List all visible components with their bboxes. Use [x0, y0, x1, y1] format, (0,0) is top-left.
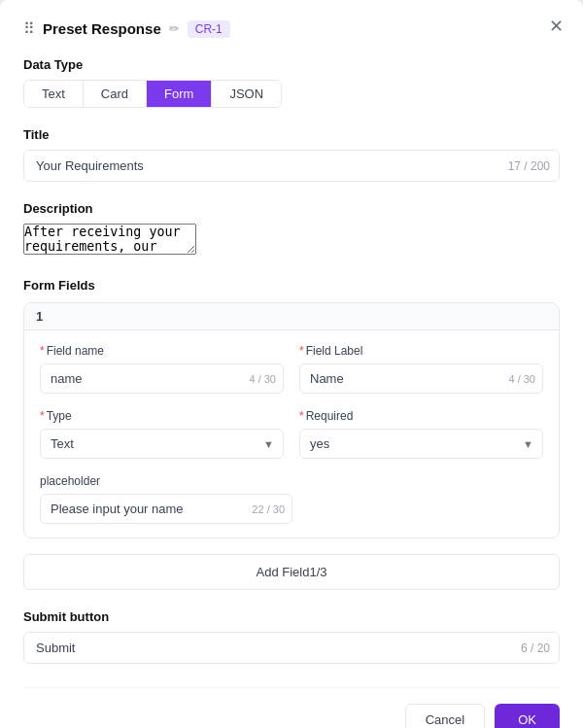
- grid-icon: ⠿: [23, 19, 35, 38]
- field-name-group: * Field name 4 / 30: [40, 344, 284, 394]
- description-section: Description After receiving your require…: [23, 201, 560, 259]
- submit-button-section: Submit button 6 / 20: [23, 609, 560, 664]
- description-input[interactable]: After receiving your requirements, our s…: [23, 224, 196, 255]
- field-name-label-row: * Field name 4 / 30 * Field Label: [40, 344, 543, 394]
- edit-icon[interactable]: ✏: [169, 21, 180, 36]
- field-name-input-wrap: 4 / 30: [40, 364, 284, 394]
- modal: ⠿ Preset Response ✏ CR-1 ✕ Data Type Tex…: [0, 0, 583, 728]
- required-select-wrap: yes no ▼: [299, 429, 543, 459]
- field-label-group: * Field Label 4 / 30: [299, 344, 543, 394]
- ok-button[interactable]: OK: [495, 704, 560, 728]
- field-label-input[interactable]: [299, 364, 543, 394]
- field-label-label: * Field Label: [299, 344, 543, 358]
- form-fields-section: Form Fields 1 * Field name 4 / 30: [23, 278, 560, 538]
- submit-button-label: Submit button: [23, 609, 560, 624]
- type-group: * Type Text Number Email ▼: [40, 409, 284, 459]
- badge: CR-1: [188, 20, 230, 38]
- required-label: * Required: [299, 409, 543, 423]
- field-name-count: 4 / 30: [249, 373, 276, 385]
- tab-json[interactable]: JSON: [212, 81, 281, 107]
- submit-input[interactable]: [23, 632, 560, 664]
- required-star-req: *: [299, 409, 304, 423]
- submit-input-wrap: 6 / 20: [23, 632, 560, 664]
- placeholder-count: 22 / 30: [252, 503, 285, 515]
- type-label: * Type: [40, 409, 284, 423]
- title-section: Title 17 / 200: [23, 127, 560, 182]
- modal-header: ⠿ Preset Response ✏ CR-1 ✕: [23, 19, 560, 38]
- field-label-input-wrap: 4 / 30: [299, 364, 543, 394]
- form-fields-label: Form Fields: [23, 278, 560, 293]
- required-star-name: *: [40, 344, 45, 358]
- submit-char-count: 6 / 20: [521, 641, 550, 655]
- footer-divider: [23, 687, 560, 688]
- title-input-wrap: 17 / 200: [23, 150, 560, 182]
- required-star-label: *: [299, 344, 304, 358]
- field-card-body: * Field name 4 / 30 * Field Label: [24, 330, 559, 537]
- type-select-wrap: Text Number Email ▼: [40, 429, 284, 459]
- description-label: Description: [23, 201, 560, 216]
- type-select[interactable]: Text Number Email: [40, 429, 284, 459]
- field-name-input[interactable]: [40, 364, 284, 394]
- add-field-button[interactable]: Add Field1/3: [23, 554, 560, 590]
- tab-text[interactable]: Text: [24, 81, 84, 107]
- required-select[interactable]: yes no: [299, 429, 543, 459]
- placeholder-input-wrap: 22 / 30: [40, 494, 292, 524]
- data-type-label: Data Type: [23, 57, 560, 72]
- required-star-type: *: [40, 409, 45, 423]
- modal-footer: Cancel OK: [23, 704, 560, 728]
- title-input[interactable]: [23, 150, 560, 182]
- close-button[interactable]: ✕: [549, 17, 564, 35]
- modal-title: Preset Response: [43, 20, 161, 37]
- required-group: * Required yes no ▼: [299, 409, 543, 459]
- data-type-section: Data Type Text Card Form JSON: [23, 57, 560, 108]
- tab-group: Text Card Form JSON: [23, 80, 282, 108]
- type-required-row: * Type Text Number Email ▼: [40, 409, 543, 459]
- field-label-count: 4 / 30: [508, 373, 535, 385]
- field-name-label: * Field name: [40, 344, 284, 358]
- field-card: 1 * Field name 4 / 30: [23, 302, 560, 538]
- title-label: Title: [23, 127, 560, 142]
- tab-card[interactable]: Card: [84, 81, 147, 107]
- placeholder-label: placeholder: [40, 474, 543, 488]
- placeholder-section: placeholder 22 / 30: [40, 474, 543, 524]
- title-char-count: 17 / 200: [508, 159, 550, 173]
- cancel-button[interactable]: Cancel: [405, 704, 485, 728]
- tab-form[interactable]: Form: [147, 81, 212, 107]
- field-number: 1: [24, 303, 559, 330]
